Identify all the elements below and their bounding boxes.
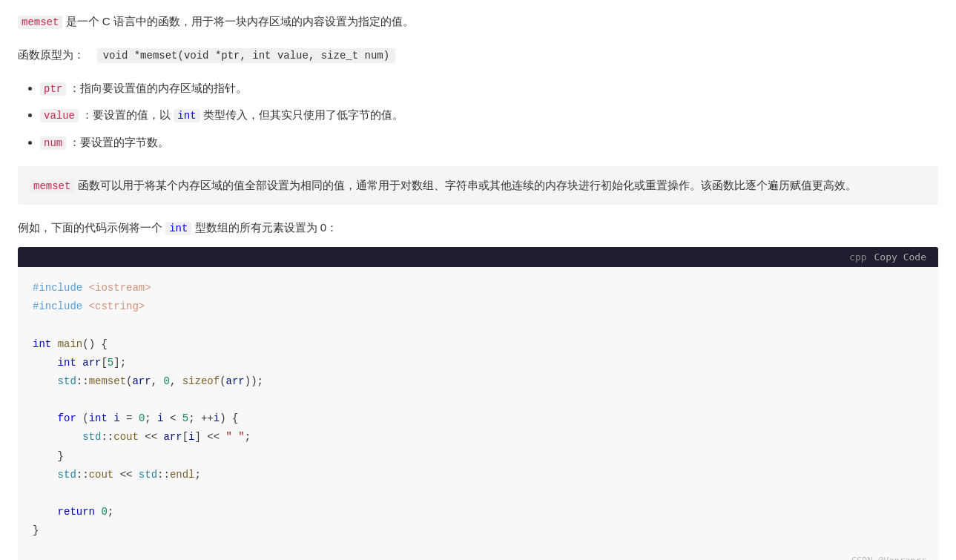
code-attribution: CSDN @Vanranrr bbox=[851, 556, 926, 560]
prototype-label: 函数原型为： bbox=[18, 48, 85, 61]
prototype-code: void *memset(void *ptr, int value, size_… bbox=[97, 48, 395, 63]
description-text: 函数可以用于将某个内存区域的值全部设置为相同的值，通常用于对数组、字符串或其他连… bbox=[78, 179, 857, 191]
param-value-desc-before: ：要设置的值，以 bbox=[82, 108, 174, 121]
example-label-after: 型数组的所有元素设置为 0： bbox=[195, 221, 338, 234]
param-value-name: value bbox=[40, 109, 79, 122]
param-ptr: ptr ：指向要设置值的内存区域的指针。 bbox=[40, 79, 938, 99]
param-ptr-desc: ：指向要设置值的内存区域的指针。 bbox=[69, 82, 247, 94]
example-line: 例如，下面的代码示例将一个 int 型数组的所有元素设置为 0： bbox=[18, 218, 938, 238]
page-container: memset 是一个 C 语言中的函数，用于将一块内存区域的内容设置为指定的值。… bbox=[0, 0, 956, 560]
code-block-header: cpp Copy Code bbox=[18, 247, 938, 267]
copy-code-button[interactable]: Copy Code bbox=[874, 251, 926, 263]
code-footer: CSDN @Vanranrr bbox=[18, 553, 938, 560]
code-lang-label: cpp bbox=[849, 251, 866, 263]
param-list: ptr ：指向要设置值的内存区域的指针。 value ：要设置的值，以 int … bbox=[18, 79, 938, 153]
param-num-name: num bbox=[40, 136, 66, 150]
code-block-wrapper: cpp Copy Code #include <iostream> #inclu… bbox=[18, 247, 938, 560]
memset-keyword-intro: memset bbox=[18, 16, 62, 29]
code-block-body: #include <iostream> #include <cstring> i… bbox=[18, 267, 938, 553]
param-num: num ：要设置的字节数。 bbox=[40, 133, 938, 153]
example-label-before: 例如，下面的代码示例将一个 bbox=[18, 221, 165, 234]
param-num-desc: ：要设置的字节数。 bbox=[69, 136, 169, 148]
param-value-int-kw: int bbox=[174, 109, 200, 122]
param-ptr-name: ptr bbox=[40, 82, 66, 96]
intro-paragraph: memset 是一个 C 语言中的函数，用于将一块内存区域的内容设置为指定的值。 bbox=[18, 12, 938, 32]
description-block: memset 函数可以用于将某个内存区域的值全部设置为相同的值，通常用于对数组、… bbox=[18, 166, 938, 205]
intro-text: 是一个 C 语言中的函数，用于将一块内存区域的内容设置为指定的值。 bbox=[66, 15, 414, 27]
prototype-line: 函数原型为： void *memset(void *ptr, int value… bbox=[18, 45, 938, 65]
param-value-desc-after: 类型传入，但其实只使用了低字节的值。 bbox=[203, 108, 403, 121]
param-value: value ：要设置的值，以 int 类型传入，但其实只使用了低字节的值。 bbox=[40, 105, 938, 125]
memset-keyword-desc: memset bbox=[30, 179, 74, 193]
example-int-kw: int bbox=[165, 222, 191, 235]
